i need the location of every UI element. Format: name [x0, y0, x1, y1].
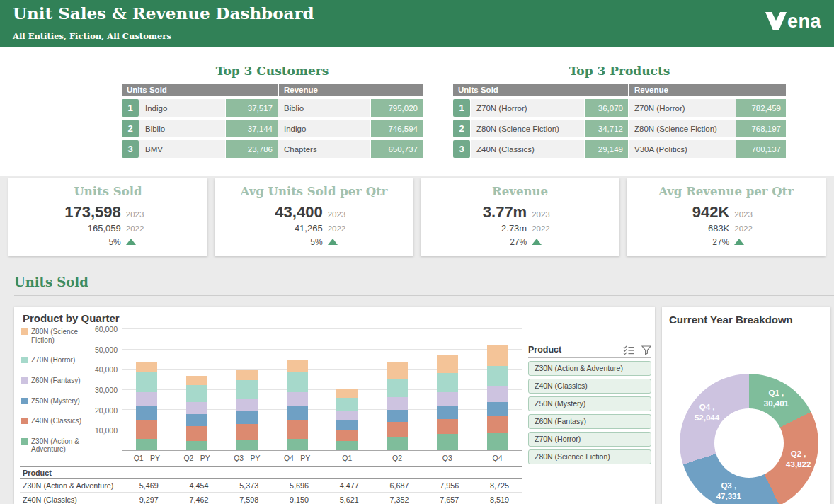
bar-segment[interactable] [287, 406, 308, 420]
table-value-cell: 8,519 [472, 493, 522, 504]
stacked-bar-Q2[interactable] [387, 329, 408, 450]
filter-funnel-icon[interactable] [641, 345, 651, 355]
bar-segment[interactable] [136, 362, 157, 372]
legend-label: Z40N (Classics) [31, 417, 81, 425]
bar-segment[interactable] [136, 439, 157, 450]
bar-segment[interactable] [387, 379, 408, 397]
bar-segment[interactable] [487, 402, 508, 416]
top3-products-header: Units Sold Revenue [453, 84, 786, 96]
bar-segment[interactable] [287, 420, 308, 439]
bar-segment[interactable] [437, 373, 458, 392]
bar-segment[interactable] [186, 376, 207, 385]
bar-segment[interactable] [437, 419, 458, 435]
bar-segment[interactable] [287, 439, 308, 450]
bar-segment[interactable] [336, 430, 358, 441]
filter-option-z30n[interactable]: Z30N (Action & Adventure) [528, 361, 651, 376]
x-tick-label: Q2 - PY [172, 454, 222, 462]
table-row: 3 BMV 23,786 Chapters 650,737 [122, 140, 423, 158]
legend-item[interactable]: Z50N (Mystery) [21, 397, 86, 406]
bar-segment[interactable] [236, 411, 258, 424]
header-bar: Unit Sales & Revenue Dashboard All Entit… [0, 0, 834, 47]
kpi-card-units-sold: Units Sold 173,598 2023 165,059 2022 5% [8, 178, 207, 256]
bar-segment[interactable] [186, 385, 207, 402]
bar-segment[interactable] [236, 424, 258, 440]
bar-segment[interactable] [487, 386, 508, 402]
bar-segment[interactable] [136, 406, 157, 420]
bar-segment[interactable] [236, 440, 258, 450]
legend-item[interactable]: Z60N (Fantasy) [21, 377, 86, 385]
bar-segment[interactable] [487, 433, 508, 450]
legend-item[interactable]: Z30N (Action & Adventure) [21, 437, 86, 454]
bar-segment[interactable] [287, 360, 308, 372]
legend-item[interactable]: Z80N (Science Fiction) [21, 328, 86, 344]
select-all-list-icon[interactable] [623, 345, 635, 355]
bar-segment[interactable] [186, 426, 207, 441]
x-tick-label: Q4 - PY [272, 454, 322, 462]
stacked-bar-Q1[interactable] [336, 329, 358, 450]
bar-segment[interactable] [236, 380, 258, 399]
units-value: 37,517 [226, 99, 278, 117]
bar-segment[interactable] [387, 410, 408, 422]
bar-segment[interactable] [236, 399, 258, 411]
bar-plot [122, 329, 522, 451]
bar-segment[interactable] [136, 420, 157, 439]
units-value: 23,786 [226, 140, 278, 158]
bar-segment[interactable] [336, 441, 358, 450]
donut-label-q1[interactable]: Q1 ,30,401 [764, 388, 789, 409]
bar-segment[interactable] [136, 372, 157, 392]
table-row: 2 Z80N (Science Fiction) 34,712 Z80N (Sc… [453, 120, 786, 137]
filter-option-z40n[interactable]: Z40N (Classics) [528, 379, 651, 394]
bar-segment[interactable] [287, 392, 308, 406]
bar-segment[interactable] [437, 392, 458, 406]
kpi-prior-year: 2022 [126, 224, 152, 233]
bar-segment[interactable] [437, 406, 458, 419]
bar-segment[interactable] [336, 411, 358, 421]
bar-segment[interactable] [186, 402, 207, 414]
bar-segment[interactable] [387, 397, 408, 411]
x-tick-label: Q1 - PY [122, 454, 172, 462]
filter-option-z80n[interactable]: Z80N (Science Fiction) [528, 449, 651, 464]
filter-option-z70n[interactable]: Z70N (Horror) [528, 432, 651, 447]
bar-segment[interactable] [387, 437, 408, 450]
bar-segment[interactable] [437, 355, 458, 373]
donut-label-q2[interactable]: Q2 ,43,822 [786, 449, 811, 470]
bar-segment[interactable] [186, 441, 207, 450]
stacked-bar-Q4-PY[interactable] [287, 329, 308, 450]
bar-segment[interactable] [487, 416, 508, 433]
revenue-value: 650,737 [371, 140, 423, 158]
donut-label-q3[interactable]: Q3 ,47,331 [716, 481, 741, 502]
bar-segment[interactable] [487, 345, 508, 366]
table-value-cell: 9,297 [122, 493, 172, 504]
revenue-column-header: Revenue [279, 84, 423, 96]
rank-badge: 2 [122, 120, 139, 137]
bar-segment[interactable] [387, 422, 408, 437]
stacked-bar-Q4[interactable] [487, 329, 508, 450]
donut-label-q4[interactable]: Q4 ,52,044 [695, 402, 719, 423]
y-tick-label: 20,000 [95, 406, 118, 415]
bar-segment[interactable] [186, 414, 207, 426]
kpi-card-avg-revenue: Avg Revenue per Qtr 942K 2023 683K 2022 … [627, 178, 826, 256]
top3-products-table: Top 3 Products Units Sold Revenue 1 Z70N… [453, 64, 786, 161]
bar-segment[interactable] [437, 434, 458, 450]
dashboard-subtitle: All Entities, Fiction, All Customers [13, 31, 171, 41]
bar-segment[interactable] [136, 392, 157, 406]
stacked-bar-Q1-PY[interactable] [136, 329, 157, 450]
stacked-bar-Q3-PY[interactable] [236, 329, 258, 450]
bar-segment[interactable] [336, 398, 358, 411]
legend-label: Z60N (Fantasy) [31, 377, 80, 385]
bar-slot [322, 329, 372, 450]
bar-segment[interactable] [336, 420, 358, 430]
bar-segment[interactable] [287, 372, 308, 392]
filter-option-z60n[interactable]: Z60N (Fantasy) [528, 414, 651, 429]
bar-segment[interactable] [336, 389, 358, 398]
legend-item[interactable]: Z70N (Horror) [21, 356, 86, 365]
filter-option-z50n[interactable]: Z50N (Mystery) [528, 396, 651, 411]
stacked-bar-Q2-PY[interactable] [186, 329, 207, 450]
bar-segment[interactable] [387, 362, 408, 379]
bar-segment[interactable] [236, 370, 258, 380]
donut-chart[interactable]: Q1 ,30,401Q2 ,43,822Q3 ,47,331Q4 ,52,044 [680, 374, 818, 504]
stacked-bar-Q3[interactable] [437, 329, 458, 450]
donut-hole [714, 408, 784, 478]
legend-item[interactable]: Z40N (Classics) [21, 417, 86, 425]
bar-segment[interactable] [487, 366, 508, 387]
